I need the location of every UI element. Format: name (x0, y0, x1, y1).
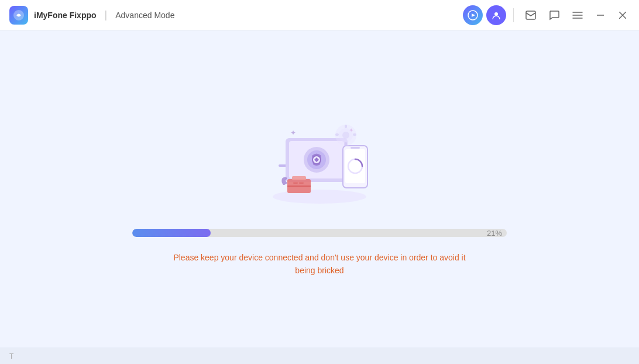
illustration: ✦ ✦ ✦ (255, 118, 384, 211)
svg-rect-24 (293, 183, 298, 184)
svg-point-1 (18, 14, 20, 16)
svg-rect-36 (353, 133, 356, 136)
svg-rect-33 (345, 125, 347, 128)
email-button[interactable] (521, 5, 541, 25)
svg-rect-25 (299, 183, 304, 184)
svg-point-14 (273, 190, 366, 204)
progress-bar-container: 21% (132, 229, 507, 237)
progress-bar-fill (132, 229, 211, 237)
svg-point-3 (494, 12, 498, 16)
app-logo (9, 6, 28, 25)
svg-rect-35 (335, 133, 339, 136)
bottom-hint: T (9, 352, 13, 360)
warning-text: Please keep your device connected and do… (173, 251, 465, 277)
main-content: ✦ ✦ ✦ (0, 30, 639, 364)
warning-line-1: Please keep your device connected and do… (173, 251, 465, 264)
minimize-button[interactable] (591, 6, 610, 25)
music-button[interactable] (463, 5, 483, 25)
svg-rect-22 (292, 176, 306, 180)
warning-line-2: being bricked (173, 264, 465, 277)
svg-rect-29 (351, 147, 360, 149)
progress-section: 21% Please keep your device connected an… (132, 229, 507, 277)
mode-label: Advanced Mode (115, 11, 174, 20)
user-button[interactable] (486, 5, 506, 25)
close-button[interactable] (613, 6, 632, 25)
vertical-divider (513, 8, 514, 22)
title-bar-left: iMyFone Fixppo | Advanced Mode (9, 6, 174, 25)
svg-rect-4 (526, 11, 535, 19)
title-bar-right (463, 5, 632, 25)
svg-rect-34 (345, 142, 347, 146)
app-name: iMyFone Fixppo (34, 11, 97, 20)
chat-button[interactable] (544, 5, 564, 25)
title-separator: | (105, 9, 108, 21)
title-bar: iMyFone Fixppo | Advanced Mode (0, 0, 639, 30)
progress-label: 21% (487, 229, 502, 237)
menu-button[interactable] (568, 5, 588, 25)
svg-point-32 (342, 132, 349, 139)
svg-text:✦: ✦ (290, 129, 296, 137)
bottom-bar: T (0, 348, 639, 364)
